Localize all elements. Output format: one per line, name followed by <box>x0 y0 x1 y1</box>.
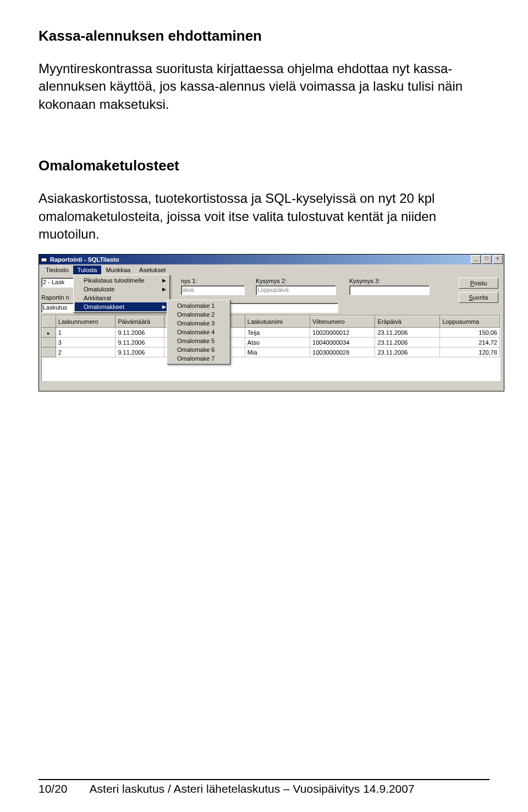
footer-text: Asteri laskutus / Asteri lähetelaskutus … <box>90 782 415 796</box>
cell[interactable]: 214,72 <box>440 338 500 347</box>
row-selector[interactable] <box>42 347 56 357</box>
page-footer: 10/20 Asteri laskutus / Asteri lähetelas… <box>38 779 490 796</box>
grid-header-row: Laskunnumero Päivämäärä Laskutusnimi Vii… <box>42 316 500 328</box>
suorita-button[interactable]: Suorita <box>459 292 498 303</box>
window-title: Raportointi - SQLTilasto <box>50 256 471 263</box>
submenu-omalomakkeet: Omalomake 1 Omalomake 2 Omalomake 3 Omal… <box>167 300 230 364</box>
cell[interactable]: 23.11.2006 <box>375 338 440 347</box>
cell[interactable]: Atso <box>245 338 310 347</box>
cell[interactable]: 23.11.2006 <box>375 328 440 338</box>
menuitem-omalomake-6[interactable]: Omalomake 6 <box>168 345 229 354</box>
minimize-button[interactable]: _ <box>471 255 481 264</box>
menuitem-omalomake-2[interactable]: Omalomake 2 <box>168 310 229 319</box>
menu-asetukset[interactable]: Asetukset <box>135 266 170 274</box>
grid-corner <box>42 316 56 328</box>
field-kysymys3[interactable] <box>349 285 430 295</box>
menuitem-omalomake-1[interactable]: Omalomake 1 <box>168 301 229 310</box>
table-row[interactable]: 39.11.2006Atso1004000003423.11.2006214,7… <box>42 338 500 347</box>
menuitem-omalomake-3[interactable]: Omalomake 3 <box>168 319 229 328</box>
window-titlebar[interactable]: Raportointi - SQLTilasto _ □ × <box>39 255 504 264</box>
menuitem-omalomake-7[interactable]: Omalomake 7 <box>168 354 229 363</box>
col-paivamaara[interactable]: Päivämäärä <box>116 316 164 328</box>
submenu-arrow-icon: ▶ <box>162 286 166 292</box>
cell[interactable]: 10020000012 <box>310 328 375 338</box>
col-viitenumero[interactable]: Viitenumero <box>310 316 375 328</box>
cell[interactable]: 9.11.2006 <box>116 328 164 338</box>
table-row[interactable]: 19.11.2006Teija1002000001223.11.2006150,… <box>42 328 500 338</box>
cell[interactable]: 23.11.2006 <box>375 347 440 357</box>
menuitem-omalomake-5[interactable]: Omalomake 5 <box>168 336 229 345</box>
app-window: Raportointi - SQLTilasto _ □ × Tiedosto … <box>38 254 504 391</box>
row-selector[interactable] <box>42 338 56 347</box>
menu-tulosta[interactable]: Tulosta <box>73 266 102 274</box>
results-grid[interactable]: Laskunnumero Päivämäärä Laskutusnimi Vii… <box>41 315 501 381</box>
form-area: 2 - Lask nys 1: äivä Kysymys 2: Loppupäi… <box>39 275 504 391</box>
cell[interactable]: 10030000028 <box>310 347 375 357</box>
poistu-button[interactable]: Poistu <box>459 278 498 289</box>
col-erapaiva[interactable]: Eräpäivä <box>375 316 440 328</box>
row-selector[interactable] <box>42 328 56 338</box>
cell[interactable]: 10040000034 <box>310 338 375 347</box>
cell[interactable]: 9.11.2006 <box>116 347 164 357</box>
menu-tiedosto[interactable]: Tiedosto <box>41 266 73 274</box>
cell[interactable]: 2 <box>56 347 116 357</box>
label-kys1-fragment: nys 1: <box>181 278 197 284</box>
cell[interactable]: Mia <box>245 347 310 357</box>
col-laskutusnimi[interactable]: Laskutusnimi <box>245 316 310 328</box>
paragraph-omalomaketulosteet: Asiakaskortistossa, tuotekortistossa ja … <box>38 190 490 243</box>
menu-tulosta-dropdown: Pikalistaus tulostimelle▶ Omatuloste▶ Ar… <box>73 274 170 313</box>
menuitem-omalomakkeet[interactable]: Omalomakkeet▶ <box>75 302 168 311</box>
menuitem-pikalistaus[interactable]: Pikalistaus tulostimelle▶ <box>75 276 168 285</box>
label-kysymys2: Kysymys 2: <box>256 278 287 284</box>
menubar: Tiedosto Tulosta Muokkaa Asetukset <box>39 264 504 275</box>
footer-page-number: 10/20 <box>38 782 68 796</box>
cell[interactable]: 150,06 <box>440 328 500 338</box>
submenu-arrow-icon: ▶ <box>162 278 166 283</box>
menuitem-omatuloste[interactable]: Omatuloste▶ <box>75 285 168 294</box>
field-kys1-value[interactable]: äivä <box>181 285 245 295</box>
cell[interactable]: 3 <box>56 338 116 347</box>
table-row[interactable]: 29.11.2006Mia1003000002823.11.2006120,78 <box>42 347 500 357</box>
cell[interactable]: 9.11.2006 <box>116 338 164 347</box>
cell[interactable]: 1 <box>56 328 116 338</box>
cell[interactable]: Teija <box>245 328 310 338</box>
close-button[interactable]: × <box>493 255 503 264</box>
col-loppusumma[interactable]: Loppusumma <box>440 316 500 328</box>
label-raportin-nimi-fragment: Raportin n <box>41 294 69 301</box>
menu-muokkaa[interactable]: Muokkaa <box>101 266 135 274</box>
submenu-arrow-icon: ▶ <box>162 304 166 310</box>
heading-kassa-alennus: Kassa-alennuksen ehdottaminen <box>38 27 490 45</box>
dropdown-kysely[interactable]: 2 - Lask <box>41 278 75 288</box>
heading-omalomaketulosteet: Omalomaketulosteet <box>38 157 490 174</box>
field-kysymys2[interactable]: Loppupäivä <box>256 285 336 295</box>
field-laskutus[interactable]: Laskutus <box>41 303 75 313</box>
menuitem-arkkitarrat[interactable]: Arkkitarrat <box>75 294 168 302</box>
paragraph-kassa-alennus: Myyntireskontrassa suoritusta kirjattaes… <box>38 60 490 113</box>
cell[interactable]: 120,78 <box>440 347 500 357</box>
maximize-button[interactable]: □ <box>482 255 492 264</box>
label-kysymys3: Kysymys 3: <box>349 278 380 284</box>
window-app-icon <box>40 256 48 263</box>
footer-rule <box>38 779 490 780</box>
svg-rect-1 <box>41 257 47 258</box>
menuitem-omalomake-4[interactable]: Omalomake 4 <box>168 328 229 336</box>
col-laskunnumero[interactable]: Laskunnumero <box>56 316 116 328</box>
